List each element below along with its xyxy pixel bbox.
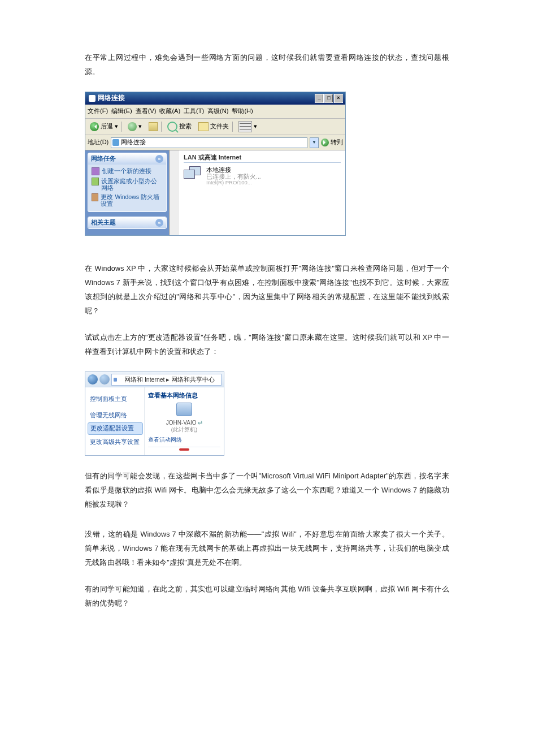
menu-file[interactable]: 文件(F)	[88, 107, 108, 115]
minimize-button[interactable]: _	[315, 94, 324, 103]
link-manage-wireless[interactable]: 管理无线网络	[90, 409, 141, 421]
link-control-panel-home[interactable]: 控制面板主页	[90, 393, 141, 405]
go-button[interactable]: 转到	[321, 139, 343, 146]
paragraph-5: 没错，这的确是 Windows 7 中深藏不漏的新功能——"虚拟 Wifi"，不…	[85, 528, 449, 570]
xp-tasks-pane: 网络任务 « 创建一个新的连接 设置家庭或小型办公网络	[85, 150, 170, 235]
menu-tools[interactable]: 工具(T)	[184, 107, 204, 115]
xp-toolbar: 后退 ▾ ▾ 搜索 文件夹 ▾	[85, 119, 345, 135]
search-label: 搜索	[179, 123, 192, 130]
link-view-active-networks[interactable]: 查看活动网络	[148, 437, 220, 443]
win7-network-sharing-window: 网络和 Internet ▸ 网络和共享中心 控制面板主页 管理无线网络 更改适…	[85, 371, 224, 456]
win7-side-panel: 控制面板主页 管理无线网络 更改适配器设置 更改高级共享设置	[85, 387, 145, 455]
win7-navbar: 网络和 Internet ▸ 网络和共享中心	[85, 372, 224, 387]
connection-group-header: LAN 或高速 Internet	[184, 154, 341, 163]
network-tasks-header: 网络任务	[91, 155, 116, 163]
firewall-icon	[92, 193, 98, 201]
xp-body: 网络任务 « 创建一个新的连接 设置家庭或小型办公网络	[85, 150, 345, 235]
go-arrow-icon	[321, 139, 329, 146]
windows-flag-icon	[334, 105, 344, 115]
paragraph-2: 在 Windows XP 中，大家这时候都会从开始菜单或控制面板打开"网络连接"…	[85, 262, 449, 318]
xp-addressbar: 地址(D) 网络连接 ▼ 转到	[85, 135, 345, 150]
address-label: 地址(D)	[88, 139, 108, 146]
forward-arrow-icon	[128, 122, 137, 131]
collapse-icon[interactable]: «	[155, 155, 163, 163]
breadcrumb-bar[interactable]: 网络和 Internet ▸ 网络和共享中心	[111, 374, 222, 386]
network-icon	[89, 95, 95, 102]
search-button[interactable]: 搜索	[165, 121, 194, 132]
local-area-connection[interactable]: 本地连接 已连接上，有防火... Intel(R) PRO/100...	[184, 166, 341, 186]
xp-window-title: 网络连接	[98, 94, 125, 102]
back-label: 后退	[101, 123, 113, 130]
menu-help[interactable]: 帮助(H)	[232, 107, 253, 115]
collapse-icon[interactable]: «	[155, 219, 163, 227]
network-places-icon	[112, 139, 119, 146]
folders-label: 文件夹	[210, 123, 229, 130]
go-label: 转到	[331, 139, 343, 146]
xp-main-area: LAN 或高速 Internet 本地连接 已连接上，有防火... Intel(…	[179, 150, 345, 235]
paragraph-4: 但有的同学可能会发现，在这些网卡当中多了一个叫"Microsoft Virtua…	[85, 469, 449, 512]
views-button[interactable]: ▾	[236, 120, 259, 133]
address-dropdown[interactable]: ▼	[310, 137, 319, 148]
xp-titlebar: 网络连接 _ □ ×	[85, 92, 345, 105]
link-advanced-sharing[interactable]: 更改高级共享设置	[90, 436, 141, 448]
menu-view[interactable]: 查看(V)	[136, 107, 157, 115]
up-folder-icon	[149, 122, 158, 131]
cropped-indicator	[148, 448, 220, 452]
folders-icon	[198, 122, 209, 131]
folders-button[interactable]: 文件夹	[196, 122, 233, 132]
nav-back-button[interactable]	[88, 374, 98, 385]
paragraph-3: 试试点击左上方的"更改适配器设置"任务吧，瞧，"网络连接"窗口原来藏在这里。这时…	[85, 331, 449, 359]
close-button[interactable]: ×	[334, 94, 343, 103]
paragraph-6: 有的同学可能知道，在此之前，其实也可以建立临时网络向其他 Wifi 设备共享互联…	[85, 582, 449, 611]
network-tasks-box: 网络任务 « 创建一个新的连接 设置家庭或小型办公网络	[88, 153, 167, 212]
related-topics-header: 相关主题	[91, 219, 116, 227]
views-icon	[238, 121, 252, 132]
home-network-icon	[92, 178, 99, 185]
xp-menubar: 文件(F) 编辑(E) 查看(V) 收藏(A) 工具(T) 高级(N) 帮助(H…	[85, 105, 345, 119]
task-firewall[interactable]: 更改 Windows 防火墙设置	[92, 192, 163, 208]
task-home-network[interactable]: 设置家庭或小型办公网络	[92, 176, 163, 192]
menu-favorites[interactable]: 收藏(A)	[159, 107, 180, 115]
back-arrow-icon	[90, 122, 99, 131]
menu-edit[interactable]: 编辑(E)	[111, 107, 132, 115]
divider	[148, 447, 220, 447]
connection-name: 本地连接	[206, 166, 261, 173]
task-create-connection[interactable]: 创建一个新的连接	[92, 166, 163, 176]
menu-advanced[interactable]: 高级(N)	[207, 107, 228, 115]
maximize-button[interactable]: □	[324, 94, 333, 103]
lan-connection-icon	[184, 166, 203, 183]
computer-icon	[176, 403, 192, 416]
forward-button[interactable]: ▾	[125, 122, 144, 132]
xp-network-connections-window: 网络连接 _ □ × 文件(F) 编辑(E) 查看(V) 收藏(A) 工具(T)…	[85, 92, 346, 236]
paragraph-1: 在平常上网过程中，难免会遇到一些网络方面的问题，这时候我们就需要查看网络连接的状…	[85, 51, 449, 79]
back-button[interactable]: 后退 ▾	[88, 122, 122, 132]
win7-heading: 查看基本网络信息	[148, 392, 220, 403]
link-change-adapter-settings[interactable]: 更改适配器设置	[88, 422, 143, 434]
address-field[interactable]: 网络连接	[111, 137, 307, 148]
connection-adapter: Intel(R) PRO/100...	[206, 180, 261, 186]
sidepane-scrollbar[interactable]	[170, 150, 179, 235]
computer-sublabel: (此计算机)	[148, 426, 220, 433]
document-page: 在平常上网过程中，难免会遇到一些网络方面的问题，这时候我们就需要查看网络连接的状…	[0, 0, 534, 646]
computer-name: JOHN-VAIO	[166, 420, 197, 426]
related-topics-box: 相关主题 «	[88, 217, 167, 229]
search-icon	[167, 122, 177, 132]
nav-forward-button[interactable]	[99, 374, 110, 385]
new-connection-icon	[92, 167, 99, 175]
breadcrumb-text: 网络和 Internet ▸ 网络和共享中心	[124, 376, 215, 383]
address-value: 网络连接	[121, 139, 146, 146]
up-button[interactable]	[146, 122, 162, 132]
win7-main-area: 查看基本网络信息 JOHN-VAIO ⇄ (此计算机) 查看活动网络	[145, 387, 224, 455]
control-panel-icon	[114, 378, 116, 381]
